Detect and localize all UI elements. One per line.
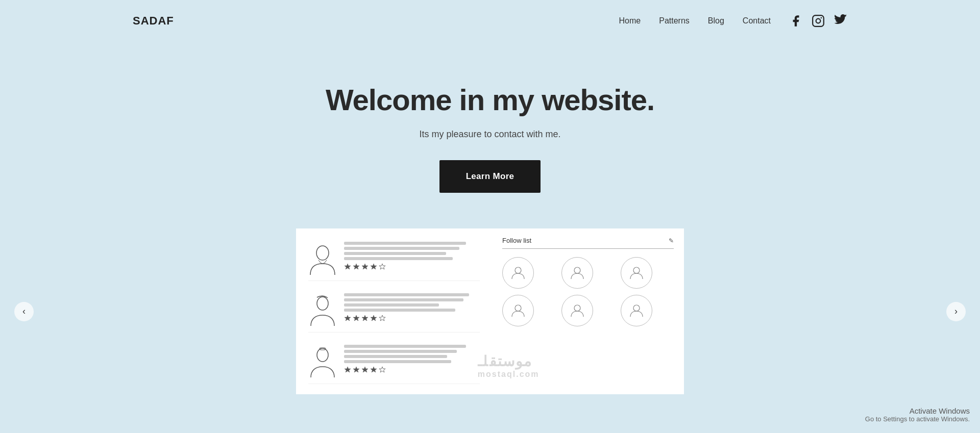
follow-avatar	[561, 295, 593, 326]
svg-marker-17	[345, 367, 351, 372]
line	[344, 242, 466, 245]
profile-row	[308, 342, 480, 384]
avatar-2	[308, 293, 337, 329]
svg-marker-13	[371, 315, 377, 321]
profile-lines	[344, 293, 480, 312]
svg-point-2	[821, 17, 822, 19]
star-rating-1	[344, 263, 480, 270]
star-rating-2	[344, 315, 480, 322]
svg-point-26	[574, 305, 580, 311]
follow-list-card: Follow list ✎	[492, 228, 684, 394]
svg-marker-10	[345, 315, 351, 321]
svg-point-3	[316, 246, 329, 260]
star-filled	[353, 315, 360, 322]
svg-marker-18	[353, 367, 359, 372]
svg-point-24	[633, 267, 640, 273]
star-filled	[370, 263, 377, 270]
profile-content-3	[344, 345, 480, 373]
line	[344, 309, 455, 312]
navbar: SADAF Home Patterns Blog Contact	[0, 0, 980, 42]
star-rating-3	[344, 366, 480, 373]
profile-lines	[344, 345, 480, 363]
avatar-3	[308, 345, 337, 380]
nav-link-patterns[interactable]: Patterns	[659, 16, 690, 26]
star-filled	[361, 263, 369, 270]
svg-rect-0	[813, 15, 824, 27]
svg-marker-20	[371, 367, 377, 372]
svg-marker-4	[345, 264, 351, 269]
hero-section: Welcome in my website. Its my pleasure t…	[0, 42, 980, 223]
svg-marker-21	[379, 367, 385, 372]
line	[344, 360, 451, 363]
follow-avatar	[621, 257, 652, 289]
svg-point-15	[317, 348, 328, 362]
follow-avatar	[561, 257, 593, 289]
line	[344, 293, 469, 296]
svg-marker-12	[362, 315, 368, 321]
avatar-1	[308, 242, 337, 277]
facebook-icon[interactable]	[789, 14, 802, 28]
svg-point-25	[515, 305, 521, 311]
svg-marker-19	[362, 367, 368, 372]
line	[344, 303, 439, 307]
profile-lines	[344, 242, 480, 260]
svg-point-9	[317, 297, 328, 310]
svg-marker-7	[371, 264, 377, 269]
line	[344, 257, 453, 260]
star-filled	[344, 263, 351, 270]
line	[344, 298, 463, 301]
twitter-icon[interactable]	[834, 14, 847, 28]
learn-more-button[interactable]: Learn More	[439, 160, 541, 193]
profile-content-2	[344, 293, 480, 322]
activate-windows-notice: Activate Windows Go to Settings to activ…	[865, 406, 970, 423]
carousel-arrow-left[interactable]: ‹	[14, 302, 34, 321]
line	[344, 355, 447, 358]
svg-marker-14	[379, 315, 385, 321]
instagram-icon[interactable]	[812, 14, 825, 28]
profile-list-card	[296, 228, 492, 394]
follow-title: Follow list	[502, 237, 531, 244]
svg-marker-6	[362, 264, 368, 269]
follow-avatar	[621, 295, 652, 326]
star-filled	[344, 315, 351, 322]
star-filled	[353, 263, 360, 270]
nav-link-blog[interactable]: Blog	[708, 16, 724, 26]
svg-marker-11	[353, 315, 359, 321]
avatar-grid	[502, 257, 674, 326]
site-logo[interactable]: SADAF	[133, 14, 174, 28]
star-empty	[379, 315, 386, 322]
follow-header: Follow list ✎	[502, 237, 674, 249]
star-filled	[361, 366, 369, 373]
svg-point-22	[515, 267, 521, 273]
star-filled	[370, 366, 377, 373]
line	[344, 252, 446, 255]
star-empty	[379, 366, 386, 373]
svg-marker-8	[379, 264, 385, 269]
follow-avatar	[502, 257, 534, 289]
svg-marker-5	[353, 264, 359, 269]
carousel-arrow-right[interactable]: ›	[946, 302, 966, 321]
star-filled	[361, 315, 369, 322]
profile-row	[308, 239, 480, 281]
line	[344, 345, 466, 348]
follow-edit-icon[interactable]: ✎	[669, 237, 674, 244]
profile-content-1	[344, 242, 480, 270]
svg-point-27	[633, 305, 640, 311]
social-icons	[789, 14, 847, 28]
profile-row	[308, 290, 480, 333]
star-filled	[344, 366, 351, 373]
carousel-wrapper: Follow list ✎	[296, 228, 684, 394]
svg-point-23	[574, 267, 580, 273]
nav-right: Home Patterns Blog Contact	[619, 14, 847, 28]
star-filled	[370, 315, 377, 322]
svg-point-1	[816, 19, 821, 23]
star-empty	[379, 263, 386, 270]
line	[344, 247, 459, 250]
line	[344, 350, 457, 353]
hero-subtitle: Its my pleasure to contact with me.	[419, 129, 560, 140]
nav-link-contact[interactable]: Contact	[743, 16, 771, 26]
nav-link-home[interactable]: Home	[619, 16, 641, 26]
carousel-section: ‹	[0, 228, 980, 394]
star-filled	[353, 366, 360, 373]
hero-title: Welcome in my website.	[326, 83, 654, 117]
